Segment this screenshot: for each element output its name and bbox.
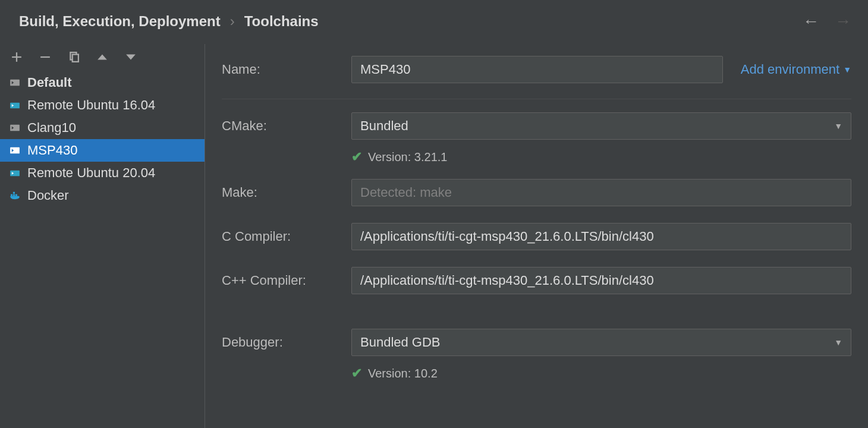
cmake-select[interactable]: Bundled ▼ (351, 112, 851, 140)
add-environment-link[interactable]: Add environment ▼ (741, 62, 851, 77)
name-label: Name: (222, 62, 351, 77)
cmake-label: CMake: (222, 118, 351, 134)
cxx-compiler-row: C++ Compiler: /Applications/ti/ti-cgt-ms… (222, 259, 851, 303)
toolchain-item-label: Remote Ubuntu 20.04 (27, 165, 155, 181)
svg-rect-4 (73, 55, 78, 62)
toolchain-list[interactable]: DefaultRemote Ubuntu 16.04Clang10MSP430R… (0, 71, 205, 428)
remote-host-icon (8, 99, 21, 112)
make-input[interactable]: Detected: make (351, 179, 851, 206)
toolchain-item[interactable]: Remote Ubuntu 20.04 (0, 162, 205, 184)
add-icon[interactable] (10, 50, 24, 64)
chevron-down-icon: ▼ (834, 338, 842, 347)
name-row: Name: MSP430 Add environment ▼ (222, 48, 851, 99)
make-label: Make: (222, 185, 351, 200)
toolchain-item-label: Docker (27, 188, 69, 203)
svg-rect-15 (10, 171, 20, 177)
svg-marker-5 (98, 55, 107, 60)
breadcrumb-separator: › (230, 13, 235, 30)
settings-window: Build, Execution, Deployment › Toolchain… (0, 0, 868, 428)
topbar: Build, Execution, Deployment › Toolchain… (0, 0, 868, 44)
chevron-down-icon: ▼ (834, 121, 842, 131)
toolchain-item[interactable]: Default (0, 71, 205, 94)
svg-rect-9 (10, 103, 20, 109)
toolchain-item-label: Default (27, 75, 72, 90)
svg-rect-7 (10, 80, 20, 86)
forward-arrow-icon: → (835, 13, 851, 30)
debugger-label: Debugger: (222, 335, 351, 350)
svg-rect-13 (10, 147, 20, 154)
remote-host-icon (8, 166, 21, 180)
debugger-select[interactable]: Bundled GDB ▼ (351, 329, 851, 356)
toolchain-item-label: MSP430 (27, 143, 77, 158)
toolchains-sidebar: DefaultRemote Ubuntu 16.04Clang10MSP430R… (0, 44, 205, 428)
toolchain-item-label: Clang10 (27, 120, 76, 136)
move-up-icon[interactable] (95, 50, 109, 64)
check-icon: ✔ (351, 149, 362, 165)
debugger-status: ✔ Version: 10.2 (222, 364, 851, 387)
breadcrumb-parent[interactable]: Build, Execution, Deployment (19, 13, 221, 30)
c-compiler-label: C Compiler: (222, 229, 351, 244)
cmake-row: CMake: Bundled ▼ (222, 104, 851, 148)
docker-icon (8, 189, 21, 202)
breadcrumb: Build, Execution, Deployment › Toolchain… (19, 13, 319, 30)
cmake-value: Bundled (360, 118, 408, 134)
toolchain-item[interactable]: Clang10 (0, 117, 205, 139)
c-compiler-value: /Applications/ti/ti-cgt-msp430_21.6.0.LT… (360, 229, 654, 244)
spacer (222, 303, 851, 320)
svg-rect-1 (12, 56, 21, 58)
make-placeholder: Detected: make (360, 185, 452, 200)
toolchain-form: Name: MSP430 Add environment ▼ CMake: Bu… (205, 44, 868, 428)
c-compiler-row: C Compiler: /Applications/ti/ti-cgt-msp4… (222, 215, 851, 259)
toolchain-item[interactable]: Docker (0, 184, 205, 207)
copy-icon[interactable] (67, 50, 81, 64)
svg-marker-6 (126, 55, 136, 60)
name-input[interactable]: MSP430 (351, 56, 723, 83)
toolchain-item[interactable]: Remote Ubuntu 16.04 (0, 94, 205, 117)
toolchain-toolbar (0, 44, 205, 71)
svg-rect-11 (10, 125, 20, 131)
debugger-value: Bundled GDB (360, 335, 441, 350)
svg-rect-2 (40, 56, 50, 58)
terminal-icon (8, 76, 21, 89)
debugger-row: Debugger: Bundled GDB ▼ (222, 320, 851, 364)
back-arrow-icon[interactable]: ← (803, 13, 819, 30)
c-compiler-input[interactable]: /Applications/ti/ti-cgt-msp430_21.6.0.LT… (351, 223, 851, 250)
cxx-compiler-value: /Applications/ti/ti-cgt-msp430_21.6.0.LT… (360, 273, 654, 288)
svg-rect-18 (13, 194, 15, 196)
add-environment-label: Add environment (741, 62, 839, 77)
body: DefaultRemote Ubuntu 16.04Clang10MSP430R… (0, 44, 868, 428)
check-icon: ✔ (351, 366, 362, 381)
chevron-down-icon: ▼ (843, 65, 851, 74)
nav-arrows: ← → (803, 13, 851, 30)
svg-rect-17 (11, 194, 12, 196)
breadcrumb-current: Toolchains (244, 13, 319, 30)
move-down-icon[interactable] (124, 50, 138, 64)
cmake-status: ✔ Version: 3.21.1 (222, 148, 851, 171)
cmake-version-text: Version: 3.21.1 (368, 150, 447, 164)
make-row: Make: Detected: make (222, 171, 851, 215)
terminal-icon (8, 144, 21, 157)
remove-icon[interactable] (38, 50, 52, 64)
cxx-compiler-input[interactable]: /Applications/ti/ti-cgt-msp430_21.6.0.LT… (351, 267, 851, 294)
svg-rect-19 (15, 194, 17, 196)
cxx-compiler-label: C++ Compiler: (222, 273, 351, 288)
debugger-version-text: Version: 10.2 (368, 367, 438, 380)
svg-rect-20 (13, 192, 15, 194)
toolchain-item-label: Remote Ubuntu 16.04 (27, 97, 155, 113)
terminal-icon (8, 121, 21, 134)
toolchain-item[interactable]: MSP430 (0, 139, 205, 162)
